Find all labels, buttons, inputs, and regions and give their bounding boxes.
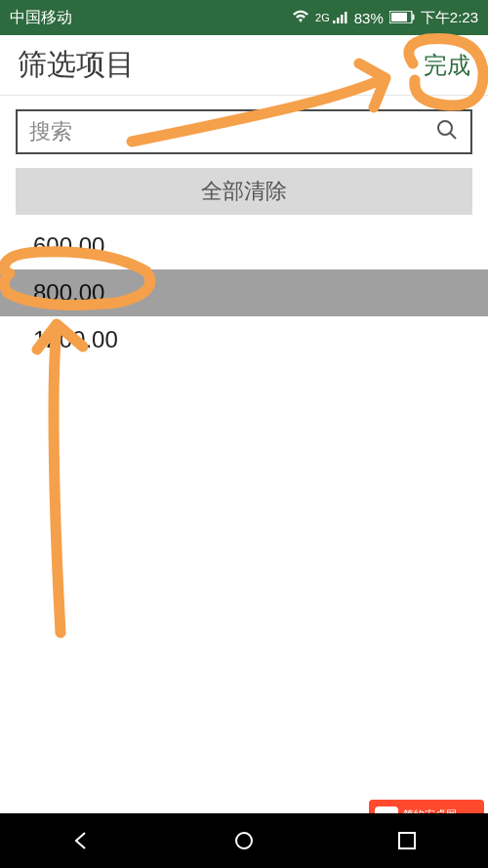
- search-container: 搜索: [0, 96, 488, 168]
- svg-rect-0: [333, 21, 336, 23]
- back-button[interactable]: [52, 821, 110, 860]
- svg-rect-2: [341, 15, 344, 23]
- list-item[interactable]: 800.00: [0, 269, 488, 316]
- filter-list: 600.00 800.00 1200.00: [0, 215, 488, 371]
- page-title: 筛选项目: [18, 45, 424, 85]
- recent-button[interactable]: [378, 821, 436, 860]
- svg-point-7: [438, 121, 452, 135]
- network-label: 2G: [315, 12, 330, 23]
- carrier-label: 中国移动: [10, 8, 292, 28]
- header: 筛选项目 完成: [0, 35, 488, 96]
- battery-label: 83%: [354, 10, 384, 26]
- svg-rect-3: [345, 12, 347, 23]
- clear-all-button[interactable]: 全部清除: [16, 168, 472, 215]
- search-placeholder: 搜索: [29, 117, 435, 146]
- battery-icon: [389, 10, 415, 26]
- search-input[interactable]: 搜索: [16, 109, 472, 154]
- status-bar: 中国移动 2G 83% 下午2:23: [0, 0, 488, 35]
- navigation-bar: [0, 813, 488, 868]
- search-icon: [435, 118, 459, 145]
- svg-point-9: [236, 833, 252, 848]
- status-right: 2G 83% 下午2:23: [292, 9, 478, 27]
- svg-rect-6: [412, 14, 414, 20]
- wifi-icon: [292, 10, 309, 26]
- signal-icon: [333, 10, 348, 26]
- svg-rect-5: [391, 13, 407, 21]
- list-item[interactable]: 1200.00: [0, 316, 488, 363]
- done-button[interactable]: 完成: [424, 50, 470, 81]
- time-label: 下午2:23: [421, 9, 478, 27]
- svg-rect-10: [399, 833, 415, 848]
- svg-rect-1: [337, 18, 340, 23]
- list-item[interactable]: 600.00: [0, 223, 488, 269]
- home-button[interactable]: [215, 821, 273, 860]
- svg-line-8: [450, 133, 456, 139]
